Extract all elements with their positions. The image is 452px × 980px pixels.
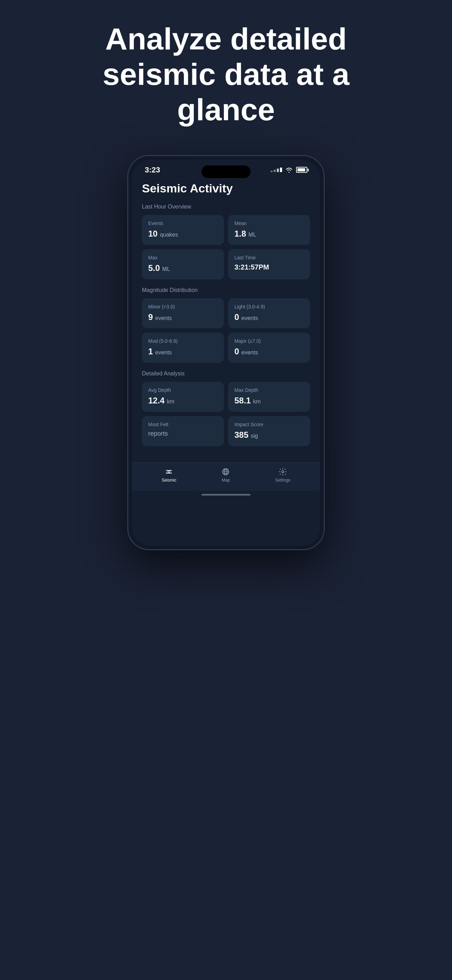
moderate-label: Mod (5.0-6.9) [148, 338, 218, 344]
signal-bars-icon [271, 167, 282, 172]
last-time-label: Last Time [234, 255, 304, 261]
light-label: Light (3.0-4.9) [234, 304, 304, 310]
detailed-heading: Detailed Analysis [142, 371, 310, 377]
detailed-section: Detailed Analysis Avg Depth 12.4 km Max … [142, 371, 310, 446]
events-value: 10 quakes [148, 229, 218, 239]
screen-title: Seismic Activity [142, 181, 310, 195]
events-card: Events 10 quakes [142, 215, 224, 245]
map-icon [221, 468, 230, 476]
battery-icon [296, 167, 307, 173]
light-card: Light (3.0-4.9) 0 events [228, 298, 310, 328]
light-value: 0 events [234, 312, 304, 322]
tab-settings-label: Settings [275, 478, 290, 483]
magnitude-section: Magnitude Distribution Minor (<3.0) 9 ev… [142, 287, 310, 363]
minor-label: Minor (<3.0) [148, 304, 218, 310]
impact-score-value: 385 sig [234, 430, 304, 440]
avg-depth-value: 12.4 km [148, 396, 218, 406]
last-hour-section: Last Hour Overview Events 10 quakes Mean… [142, 204, 310, 279]
events-label: Events [148, 221, 218, 226]
status-bar: 3:23 [132, 160, 320, 177]
hero-title: Analyze detailed seismic data at a glanc… [68, 21, 384, 127]
major-value: 0 events [234, 347, 304, 356]
moderate-value: 1 events [148, 347, 218, 356]
tab-map-label: Map [222, 478, 230, 483]
status-time: 3:23 [145, 165, 160, 175]
tab-bar: Seismic Map Settings [132, 462, 320, 491]
max-depth-value: 58.1 km [234, 396, 304, 406]
max-depth-card: Max Depth 58.1 km [228, 382, 310, 412]
max-card: Max 5.0 ML [142, 249, 224, 279]
avg-depth-card: Avg Depth 12.4 km [142, 382, 224, 412]
moderate-card: Mod (5.0-6.9) 1 events [142, 332, 224, 363]
max-depth-label: Max Depth [234, 387, 304, 393]
svg-point-0 [168, 471, 170, 473]
phone-frame: 3:23 [128, 156, 324, 550]
tab-map[interactable]: Map [221, 468, 230, 483]
detailed-cards: Avg Depth 12.4 km Max Depth 58.1 km [142, 382, 310, 446]
magnitude-heading: Magnitude Distribution [142, 287, 310, 293]
svg-point-6 [282, 471, 284, 473]
seismic-icon [165, 468, 173, 476]
tab-seismic-label: Seismic [162, 478, 176, 483]
mean-label: Mean [234, 221, 304, 226]
tab-settings[interactable]: Settings [275, 468, 290, 483]
most-felt-label: Most Felt [148, 422, 218, 427]
settings-icon [279, 468, 287, 476]
max-value: 5.0 ML [148, 263, 218, 273]
last-hour-cards: Events 10 quakes Mean 1.8 ML [142, 215, 310, 279]
last-time-card: Last Time 3:21:57PM [228, 249, 310, 279]
minor-card: Minor (<3.0) 9 events [142, 298, 224, 328]
last-hour-heading: Last Hour Overview [142, 204, 310, 210]
dynamic-island [202, 165, 250, 178]
most-felt-card: Most Felt reports [142, 416, 224, 446]
last-time-value: 3:21:57PM [234, 263, 304, 271]
mean-value: 1.8 ML [234, 229, 304, 239]
most-felt-value: reports [148, 430, 218, 438]
avg-depth-label: Avg Depth [148, 387, 218, 393]
status-icons [271, 167, 307, 173]
minor-value: 9 events [148, 312, 218, 322]
phone-screen: 3:23 [132, 160, 320, 546]
major-label: Major (≥7.0) [234, 338, 304, 344]
impact-score-card: Impact Score 385 sig [228, 416, 310, 446]
home-indicator [202, 494, 250, 496]
mean-card: Mean 1.8 ML [228, 215, 310, 245]
major-card: Major (≥7.0) 0 events [228, 332, 310, 363]
app-content: Seismic Activity Last Hour Overview Even… [132, 177, 320, 457]
tab-seismic[interactable]: Seismic [162, 468, 176, 483]
magnitude-cards: Minor (<3.0) 9 events Light (3.0-4.9) 0 … [142, 298, 310, 363]
impact-score-label: Impact Score [234, 422, 304, 427]
max-label: Max [148, 255, 218, 261]
wifi-icon [286, 167, 293, 173]
